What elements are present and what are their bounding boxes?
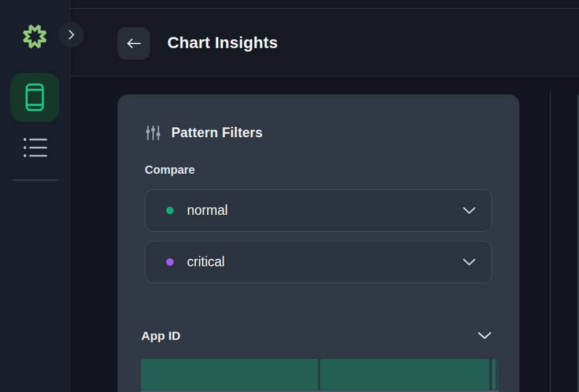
panel-header: Pattern Filters bbox=[146, 125, 263, 141]
compare-select-critical[interactable]: critical bbox=[145, 241, 492, 283]
app-window: Chart Insights Pa bbox=[0, 0, 579, 392]
sidebar bbox=[0, 0, 70, 392]
app-id-distribution-segment[interactable] bbox=[496, 359, 499, 390]
mobile-phone-icon bbox=[24, 83, 46, 112]
app-id-label: App ID bbox=[141, 329, 181, 343]
chevron-down-icon bbox=[463, 258, 476, 266]
app-id-distribution-segment[interactable] bbox=[492, 359, 496, 390]
compare-label: Compare bbox=[145, 163, 195, 177]
page-title: Chart Insights bbox=[167, 34, 278, 52]
embrace-burst-logo-icon bbox=[17, 19, 52, 54]
sidebar-item-mobile[interactable] bbox=[10, 73, 59, 122]
sidebar-item-list[interactable] bbox=[20, 133, 51, 162]
arrow-left-icon bbox=[126, 38, 141, 49]
app-id-distribution-segment[interactable] bbox=[141, 359, 318, 390]
select-value: normal bbox=[187, 203, 228, 218]
status-dot-normal bbox=[166, 207, 174, 214]
sliders-icon bbox=[146, 125, 160, 141]
list-icon bbox=[23, 137, 47, 159]
header-top-border bbox=[70, 8, 579, 9]
compare-select-normal[interactable]: normal bbox=[145, 189, 492, 232]
back-button[interactable] bbox=[118, 27, 150, 60]
chevron-down-icon bbox=[478, 332, 492, 340]
app-id-distribution-bars[interactable] bbox=[141, 359, 499, 392]
panel-title: Pattern Filters bbox=[171, 125, 263, 141]
app-id-distribution-segment[interactable] bbox=[320, 359, 489, 390]
select-value: critical bbox=[187, 254, 225, 270]
sidebar-expand-button[interactable] bbox=[58, 22, 84, 47]
app-id-section-toggle[interactable]: App ID bbox=[141, 327, 493, 345]
chevron-down-icon bbox=[463, 207, 476, 215]
chevron-right-icon bbox=[68, 30, 75, 40]
header: Chart Insights bbox=[70, 0, 579, 76]
sidebar-divider bbox=[12, 179, 58, 181]
status-dot-critical bbox=[166, 258, 174, 266]
pattern-filters-panel: Pattern Filters Compare normal critical … bbox=[118, 94, 519, 392]
panel-divider bbox=[550, 91, 551, 392]
